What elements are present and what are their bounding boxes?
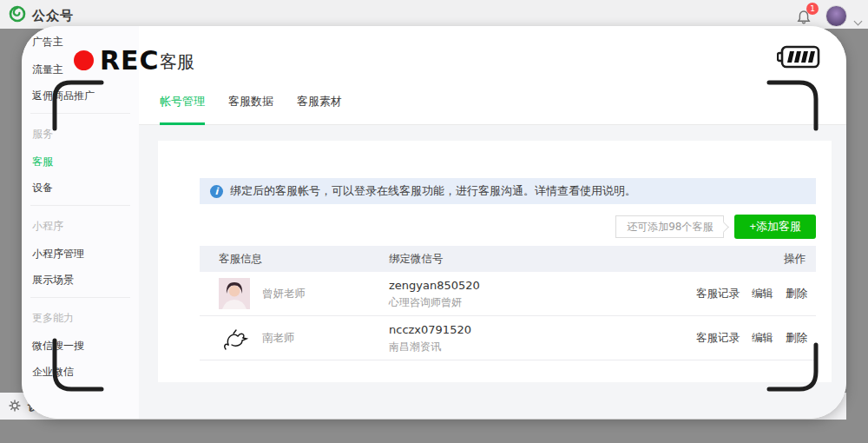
content-panel: i 绑定后的客服帐号，可以登录在线客服功能，进行客服沟通。详情查看使用说明。 还… <box>158 141 832 382</box>
add-cs-button[interactable]: +添加客服 <box>734 215 816 239</box>
cs-avatar <box>219 322 250 354</box>
table-row: 曾妍老师 zengyan850520 心理咨询师曾妍 客服记录 编辑 删除 <box>200 272 816 316</box>
cs-name: 南老师 <box>262 331 295 346</box>
sidebar-item-miniprogram-manage[interactable]: 小程序管理 <box>32 247 84 261</box>
sidebar-item-wecom[interactable]: 企业微信 <box>32 365 74 380</box>
content-area: i 绑定后的客服帐号，可以登录在线客服功能，进行客服沟通。详情查看使用说明。 还… <box>139 125 846 419</box>
page-title: 客服 <box>160 50 194 74</box>
cs-wechat-id: zengyan850520 <box>389 277 686 294</box>
table-row: 南老师 ncczx0791520 南昌潮资讯 客服记录 编辑 删除 <box>200 316 816 360</box>
action-delete[interactable]: 删除 <box>786 331 807 346</box>
tabs: 帐号管理 客服数据 客服素材 <box>160 94 342 125</box>
cs-table: 客服信息 绑定微信号 操作 <box>200 246 816 360</box>
sidebar-item-rebate[interactable]: 返佣商品推广 <box>32 89 95 103</box>
sidebar-item-customer-service[interactable]: 客服 <box>32 155 53 169</box>
cs-wechat-nickname: 心理咨询师曾妍 <box>389 294 686 311</box>
sidebar-divider <box>30 113 130 114</box>
tab-account-management[interactable]: 帐号管理 <box>160 94 205 125</box>
tab-cs-material[interactable]: 客服素材 <box>297 94 342 125</box>
table-header: 客服信息 绑定微信号 操作 <box>200 246 816 272</box>
info-banner-text: 绑定后的客服帐号，可以登录在线客服功能，进行客服沟通。详情查看使用说明。 <box>230 183 636 199</box>
admin-topbar: 公众号 1 <box>0 0 868 29</box>
sidebar-item-devices[interactable]: 设备 <box>32 181 53 195</box>
sidebar-item-wechat-search[interactable]: 微信搜一搜 <box>32 339 84 354</box>
action-edit[interactable]: 编辑 <box>752 287 773 301</box>
official-accounts-logo-icon <box>9 5 26 26</box>
brand-title: 公众号 <box>32 8 74 24</box>
cs-avatar <box>219 278 250 309</box>
sidebar-item-display-scene[interactable]: 展示场景 <box>32 273 74 288</box>
sidebar: 广告主 流量主 返佣商品推广 服务 客服 设备 小程序 小程序管理 展示场景 更… <box>22 26 139 419</box>
col-operations: 操作 <box>712 252 816 267</box>
notification-badge: 1 <box>806 3 819 15</box>
sidebar-divider <box>30 297 130 298</box>
admin-window: 广告主 流量主 返佣商品推广 服务 客服 设备 小程序 小程序管理 展示场景 更… <box>22 26 846 419</box>
main-header: 客服 帐号管理 客服数据 客服素材 <box>139 26 846 125</box>
account-avatar[interactable] <box>825 5 847 27</box>
action-delete[interactable]: 删除 <box>786 287 807 301</box>
col-cs-info: 客服信息 <box>200 252 389 267</box>
info-banner: i 绑定后的客服帐号，可以登录在线客服功能，进行客服沟通。详情查看使用说明。 <box>200 178 816 204</box>
info-icon: i <box>210 185 223 198</box>
brand: 公众号 <box>9 5 74 26</box>
col-wechat-id: 绑定微信号 <box>389 252 712 267</box>
cs-name: 曾妍老师 <box>262 287 306 301</box>
account-chevron-down-icon[interactable] <box>855 11 861 28</box>
sidebar-section-service: 服务 <box>32 127 53 142</box>
cs-wechat-id: ncczx0791520 <box>389 321 686 339</box>
action-edit[interactable]: 编辑 <box>752 331 773 346</box>
action-cs-records[interactable]: 客服记录 <box>696 287 740 301</box>
tab-cs-data[interactable]: 客服数据 <box>228 94 273 125</box>
sidebar-divider <box>30 205 130 206</box>
sidebar-section-more: 更多能力 <box>32 311 74 326</box>
sidebar-item-advertiser[interactable]: 广告主 <box>32 35 63 50</box>
cs-wechat-nickname: 南昌潮资讯 <box>389 339 686 355</box>
action-cs-records[interactable]: 客服记录 <box>696 331 740 346</box>
sidebar-section-miniprogram: 小程序 <box>32 219 63 234</box>
sidebar-item-traffic[interactable]: 流量主 <box>32 63 63 77</box>
quota-hint: 还可添加98个客服 <box>615 215 724 238</box>
gear-icon <box>9 400 21 414</box>
actions-row: 还可添加98个客服 +添加客服 <box>200 214 816 240</box>
